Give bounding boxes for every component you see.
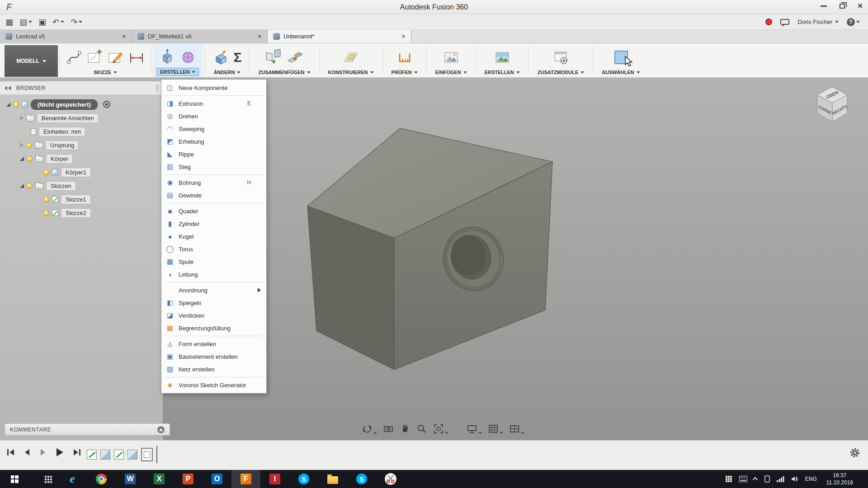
menu-item-drehen[interactable]: ◎Drehen xyxy=(161,110,266,122)
edit-sketch-icon[interactable] xyxy=(107,49,124,66)
app-grid-taskbar-button[interactable] xyxy=(29,470,58,488)
fit-button[interactable] xyxy=(433,423,448,434)
zusammenfuegen-dropdown[interactable]: ZUSAMMENFÜGEN xyxy=(255,69,313,76)
outlook-button[interactable]: O xyxy=(203,470,231,488)
close-icon[interactable]: × xyxy=(858,3,863,9)
settings-gear-icon[interactable] xyxy=(849,447,861,459)
timeline-sketch2-icon[interactable] xyxy=(114,450,124,460)
expand-comments-icon[interactable] xyxy=(157,426,165,433)
menu-item-zylinder[interactable]: ▮Zylinder xyxy=(161,217,266,230)
tree-item-koerper1[interactable]: Körper1 xyxy=(0,165,163,179)
visibility-bulb-icon[interactable] xyxy=(43,210,49,216)
tab-lenkrad[interactable]: Lenkrad v5 × xyxy=(0,30,132,43)
menu-item-extrusion[interactable]: ◨ExtrusionE xyxy=(161,97,266,110)
chrome-button[interactable] xyxy=(87,470,116,488)
pan-button[interactable] xyxy=(400,423,410,434)
timeline-position-line[interactable] xyxy=(156,446,157,463)
touch-keyboard-icon[interactable] xyxy=(739,476,747,482)
network-signal-icon[interactable] xyxy=(777,476,784,482)
user-account-button[interactable]: Doris Fischer xyxy=(797,19,839,25)
expand-icon[interactable] xyxy=(20,184,24,188)
tree-item-skizzen[interactable]: Skizzen xyxy=(0,179,163,192)
menu-item-leitung[interactable]: ◖Leitung xyxy=(161,268,266,281)
app-grid-icon[interactable]: ▦ xyxy=(5,17,13,27)
remote-session-icon[interactable] xyxy=(725,475,732,483)
go-to-end-button[interactable] xyxy=(72,448,81,456)
assemble-icon[interactable] xyxy=(264,49,283,66)
menu-item-basiselement-erstellen[interactable]: ▣Basiselement erstellen xyxy=(161,350,266,363)
joint-icon[interactable] xyxy=(286,49,304,66)
tree-item-skizze2[interactable]: Skizze2 xyxy=(0,206,163,220)
step-back-button[interactable] xyxy=(23,448,31,456)
snipping-tool-button[interactable] xyxy=(376,470,405,488)
go-to-start-button[interactable] xyxy=(6,448,15,456)
workspace-selector[interactable]: MODELL xyxy=(5,45,58,77)
timeline-current-marker[interactable] xyxy=(141,448,153,461)
comments-bar[interactable]: KOMMENTARE xyxy=(5,423,170,436)
start-button[interactable] xyxy=(0,470,29,488)
menu-item-spule[interactable]: ▩Spule xyxy=(161,255,266,268)
erstellen-dropdown[interactable]: ERSTELLEN xyxy=(156,68,199,76)
menu-item-kugel[interactable]: ●Kugel xyxy=(161,230,266,243)
menu-item-voronoi[interactable]: ◈Voronoi Sketch Generator xyxy=(161,379,266,391)
zusatzmodule-dropdown[interactable]: ZUSATZMODULE xyxy=(534,69,587,76)
einfuegen-dropdown[interactable]: EINFÜGEN xyxy=(432,69,470,76)
menu-item-torus[interactable]: ◯Torus xyxy=(161,243,266,255)
volume-icon[interactable] xyxy=(791,476,798,482)
tree-item-einheiten[interactable]: Einheiten: mm xyxy=(0,125,163,138)
tree-item-root-document[interactable]: (Nicht gespeichert) xyxy=(0,98,163,111)
sketch-spline-icon[interactable] xyxy=(66,49,83,66)
powerpoint-button[interactable]: P xyxy=(174,470,203,488)
grid-snap-button[interactable] xyxy=(488,423,503,434)
create-form-icon[interactable] xyxy=(179,48,197,66)
menu-item-neue-komponente[interactable]: ◫Neue Komponente xyxy=(161,81,266,94)
aendern-dropdown[interactable]: ÄNDERN xyxy=(210,69,244,76)
3d-viewport[interactable]: OBEN VORNE RECHTS BROWSER (Nicht gespeic… xyxy=(0,78,868,440)
expand-icon[interactable] xyxy=(20,157,24,161)
create-sketch-icon[interactable] xyxy=(86,49,104,66)
press-pull-icon[interactable] xyxy=(212,49,230,66)
menu-item-form-erstellen[interactable]: ◬Form erstellen xyxy=(161,338,266,350)
show-hidden-icons-chevron[interactable] xyxy=(753,477,758,482)
minimize-icon[interactable] xyxy=(821,5,827,7)
visibility-bulb-icon[interactable] xyxy=(27,183,33,189)
tab-df-mittelteil[interactable]: DF_Mittelteil1 v6 × xyxy=(132,30,268,43)
visibility-bulb-icon[interactable] xyxy=(43,197,49,202)
comment-bubble-icon[interactable] xyxy=(780,19,789,25)
insert-image-icon[interactable] xyxy=(443,49,460,66)
internet-explorer-button[interactable]: e xyxy=(58,470,87,488)
tree-item-koerper[interactable]: Körper xyxy=(0,152,163,165)
tree-item-benannte-ansichten[interactable]: Benannte Ansichten xyxy=(0,111,163,125)
auswaehlen-dropdown[interactable]: AUSWÄHLEN xyxy=(599,69,643,76)
measure-icon[interactable] xyxy=(396,49,413,66)
zoom-button[interactable] xyxy=(416,423,427,434)
parameters-sigma-icon[interactable]: Σ xyxy=(233,49,241,66)
file-menu-button[interactable]: ▤ xyxy=(19,17,32,27)
redo-button[interactable]: ↷ xyxy=(71,17,82,27)
display-settings-button[interactable] xyxy=(467,423,482,434)
menu-item-verdicken[interactable]: ◪Verdicken xyxy=(161,309,266,322)
tab-unbenannt[interactable]: Unbenannt* × xyxy=(268,30,411,43)
skype-button[interactable]: S xyxy=(289,470,318,488)
step-forward-button[interactable] xyxy=(39,448,47,456)
visibility-bulb-icon[interactable] xyxy=(26,142,32,148)
menu-item-spiegeln[interactable]: ◧Spiegeln xyxy=(161,296,266,309)
expand-icon[interactable] xyxy=(20,143,24,147)
panel-resize-handle[interactable] xyxy=(156,84,158,92)
skype-business-button[interactable]: S xyxy=(347,470,376,488)
look-at-button[interactable] xyxy=(383,423,394,434)
view-cube[interactable]: OBEN VORNE RECHTS xyxy=(807,80,857,130)
tree-item-skizze1[interactable]: Skizze1 xyxy=(0,192,163,206)
erstellen-render-dropdown[interactable]: ERSTELLEN xyxy=(481,69,523,76)
sketch-dimension-icon[interactable] xyxy=(128,49,145,66)
konstruieren-dropdown[interactable]: KONSTRUIEREN xyxy=(325,69,377,76)
menu-item-netz-erstellen[interactable]: ▧Netz erstellen xyxy=(161,363,266,375)
construction-plane-icon[interactable] xyxy=(342,49,360,66)
expand-icon[interactable] xyxy=(6,103,10,107)
clock[interactable]: 16:37 11.10.2016 xyxy=(824,472,856,486)
tab-close-icon[interactable]: × xyxy=(258,33,262,41)
collapse-panel-icon[interactable] xyxy=(5,86,12,90)
undo-button[interactable]: ↶ xyxy=(52,17,64,27)
help-button[interactable]: ? xyxy=(847,18,860,26)
red-app-button[interactable]: I xyxy=(260,470,289,488)
